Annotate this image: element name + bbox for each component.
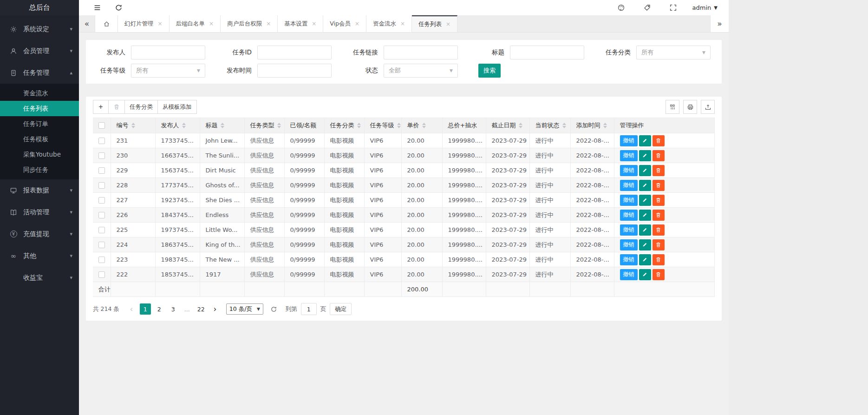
- row-checkbox[interactable]: [98, 167, 105, 174]
- sort-icon[interactable]: [422, 123, 426, 128]
- sidebar-item-0[interactable]: 系统设定▾: [0, 18, 79, 40]
- column-header-9[interactable]: 截止日期: [486, 118, 529, 133]
- close-icon[interactable]: ×: [312, 20, 316, 27]
- tab-1[interactable]: 后端白名单×: [170, 15, 221, 32]
- columns-filter-icon[interactable]: [666, 100, 679, 114]
- close-icon[interactable]: ×: [355, 20, 359, 27]
- revoke-button[interactable]: 撤销: [620, 210, 638, 221]
- column-header-11[interactable]: 添加时间: [570, 118, 614, 133]
- tabs-scroll-left-icon[interactable]: «: [79, 15, 95, 32]
- page-button-22[interactable]: 22: [196, 303, 207, 315]
- tab-3[interactable]: 基本设置×: [278, 15, 323, 32]
- sidebar-item-1[interactable]: 会员管理▾: [0, 40, 79, 62]
- row-checkbox[interactable]: [98, 197, 105, 204]
- goto-confirm-button[interactable]: 确定: [330, 303, 352, 315]
- sort-icon[interactable]: [182, 123, 186, 128]
- column-header-5[interactable]: 任务分类: [324, 118, 364, 133]
- row-checkbox[interactable]: [98, 138, 105, 144]
- tab-5[interactable]: 资金流水×: [366, 15, 412, 32]
- sort-icon[interactable]: [131, 123, 135, 128]
- user-menu[interactable]: admin ▼: [692, 4, 718, 11]
- column-header-2[interactable]: 标题: [200, 118, 244, 133]
- page-button-2[interactable]: 2: [154, 303, 165, 315]
- close-icon[interactable]: ×: [266, 20, 271, 27]
- row-checkbox[interactable]: [98, 257, 105, 263]
- close-icon[interactable]: ×: [158, 20, 163, 27]
- revoke-button[interactable]: 撤销: [620, 254, 638, 265]
- revoke-button[interactable]: 撤销: [620, 180, 638, 191]
- goto-page-input[interactable]: [301, 303, 317, 315]
- row-checkbox[interactable]: [98, 152, 105, 159]
- column-header-6[interactable]: 任务等级: [364, 118, 401, 133]
- select-all-checkbox[interactable]: [98, 122, 105, 129]
- sidebar-subitem-2-3[interactable]: 任务模板: [0, 132, 79, 147]
- sidebar-item-7[interactable]: 收益宝▾: [0, 267, 79, 289]
- delete-button[interactable]: [653, 135, 665, 146]
- delete-selected-button[interactable]: [109, 100, 125, 114]
- pagination-refresh-icon[interactable]: [268, 303, 280, 315]
- delete-button[interactable]: [653, 180, 665, 191]
- sort-icon[interactable]: [397, 123, 401, 128]
- edit-button[interactable]: [639, 150, 651, 161]
- filter-input-r1-1[interactable]: [257, 46, 332, 59]
- edit-button[interactable]: [639, 135, 651, 146]
- fullscreen-icon[interactable]: [666, 3, 680, 13]
- delete-button[interactable]: [653, 150, 665, 161]
- revoke-button[interactable]: 撤销: [620, 150, 638, 161]
- sidebar-subitem-2-2[interactable]: 任务订单: [0, 116, 79, 132]
- sidebar-item-6[interactable]: ∞其他▾: [0, 245, 79, 267]
- sort-icon[interactable]: [562, 123, 566, 128]
- search-button[interactable]: 搜索: [478, 64, 501, 78]
- filter-input-r1-0[interactable]: [131, 46, 205, 59]
- sort-icon[interactable]: [277, 123, 281, 128]
- print-icon[interactable]: [683, 100, 697, 114]
- tab-6[interactable]: 任务列表×: [412, 15, 457, 32]
- revoke-button[interactable]: 撤销: [620, 269, 638, 280]
- page-size-select[interactable]: 10 条/页 ▼: [226, 303, 263, 315]
- filter-select-r2-0[interactable]: 所有▼: [131, 64, 205, 78]
- tab-4[interactable]: Vip会员×: [323, 15, 366, 32]
- revoke-button[interactable]: 撤销: [620, 135, 638, 146]
- sidebar-subitem-2-4[interactable]: 采集Youtube: [0, 147, 79, 162]
- revoke-button[interactable]: 撤销: [620, 165, 638, 176]
- row-checkbox[interactable]: [98, 212, 105, 218]
- delete-button[interactable]: [653, 269, 665, 280]
- sort-icon[interactable]: [519, 123, 522, 128]
- row-checkbox[interactable]: [98, 271, 105, 278]
- edit-button[interactable]: [639, 195, 651, 206]
- export-icon[interactable]: [701, 100, 715, 114]
- add-button[interactable]: +: [93, 100, 109, 114]
- menu-toggle-icon[interactable]: [90, 3, 104, 13]
- edit-button[interactable]: [639, 224, 651, 236]
- sidebar-item-4[interactable]: 活动管理▾: [0, 201, 79, 223]
- delete-button[interactable]: [653, 210, 665, 221]
- edit-button[interactable]: [639, 210, 651, 221]
- tab-2[interactable]: 商户后台权限×: [221, 15, 278, 32]
- delete-button[interactable]: [653, 165, 665, 176]
- row-checkbox[interactable]: [98, 242, 105, 248]
- tabs-scroll-right-icon[interactable]: »: [710, 15, 729, 32]
- edit-button[interactable]: [639, 254, 651, 265]
- revoke-button[interactable]: 撤销: [620, 195, 638, 206]
- revoke-button[interactable]: 撤销: [620, 239, 638, 250]
- sort-icon[interactable]: [357, 123, 361, 128]
- delete-button[interactable]: [653, 224, 665, 236]
- tab-0[interactable]: 幻灯片管理×: [118, 15, 170, 32]
- edit-button[interactable]: [639, 269, 651, 280]
- delete-button[interactable]: [653, 195, 665, 206]
- filter-input-r1-3[interactable]: [510, 46, 584, 59]
- sidebar-item-5[interactable]: ¥充值提现▾: [0, 223, 79, 245]
- edit-button[interactable]: [639, 180, 651, 191]
- page-prev-icon[interactable]: ‹: [126, 303, 137, 315]
- delete-button[interactable]: [653, 239, 665, 250]
- sidebar-subitem-2-0[interactable]: 资金流水: [0, 86, 79, 101]
- home-tab[interactable]: [95, 15, 118, 32]
- edit-button[interactable]: [639, 165, 651, 176]
- column-header-7[interactable]: 单价: [401, 118, 442, 133]
- row-checkbox[interactable]: [98, 227, 105, 233]
- delete-button[interactable]: [653, 254, 665, 265]
- tag-icon[interactable]: [640, 3, 654, 13]
- page-button-3[interactable]: 3: [168, 303, 179, 315]
- sidebar-item-3[interactable]: 报表数据▾: [0, 179, 79, 201]
- filter-input-r2-1[interactable]: [257, 64, 332, 78]
